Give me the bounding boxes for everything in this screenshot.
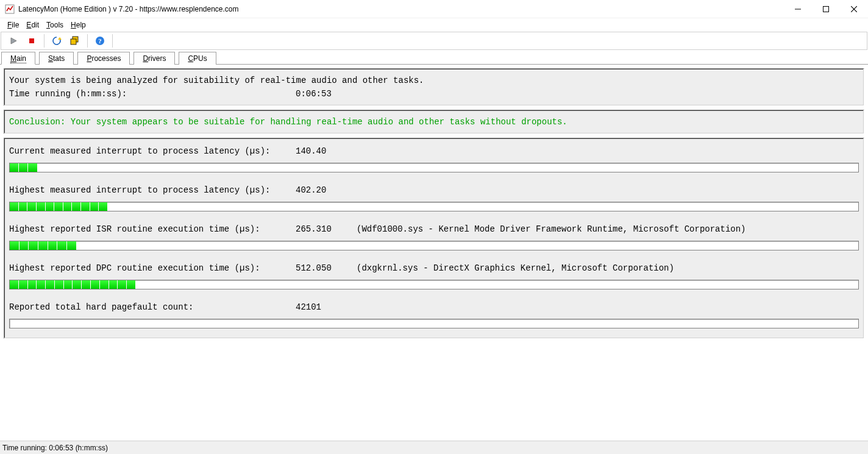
svg-rect-2 xyxy=(824,6,829,12)
svg-marker-7 xyxy=(58,37,62,40)
time-row: Time running (h:mm:ss): 0:06:53 xyxy=(9,87,859,101)
metric-isr-label: Highest reported ISR routine execution t… xyxy=(9,222,296,236)
menu-file-rest: ile xyxy=(12,21,19,29)
menu-edit[interactable]: Edit xyxy=(23,20,43,30)
metric-dpc-value: 512.050 xyxy=(296,261,357,275)
metric-dpc-bar xyxy=(9,280,859,289)
metric-pagefault: Reported total hard pagefault count: 421… xyxy=(9,300,859,328)
metric-isr-extra: (Wdf01000.sys - Kernel Mode Driver Frame… xyxy=(357,222,859,236)
menu-tools-rest: ools xyxy=(50,21,63,29)
conclusion-panel: Conclusion: Your system appears to be su… xyxy=(4,110,864,134)
close-button[interactable] xyxy=(840,0,868,18)
time-label: Time running (h:mm:ss): xyxy=(9,87,296,101)
help-button[interactable]: ? xyxy=(91,34,108,48)
menu-file[interactable]: File xyxy=(4,20,23,30)
analysis-line: Your system is being analyzed for suitab… xyxy=(9,74,859,87)
svg-rect-9 xyxy=(71,39,76,44)
metric-dpc-extra: (dxgkrnl.sys - DirectX Graphics Kernel, … xyxy=(357,261,859,275)
metric-dpc-label: Highest reported DPC routine execution t… xyxy=(9,261,296,275)
metric-pagefault-bar xyxy=(9,319,859,328)
svg-marker-5 xyxy=(11,38,16,44)
tab-stats[interactable]: Stats xyxy=(39,52,74,65)
metric-current-bar xyxy=(9,163,859,172)
metric-current: Current measured interrupt to process la… xyxy=(9,144,859,172)
metric-highest-value: 402.20 xyxy=(296,183,357,197)
metrics-panel: Current measured interrupt to process la… xyxy=(4,138,864,339)
svg-text:?: ? xyxy=(98,37,102,44)
stop-button[interactable] xyxy=(23,34,40,48)
toolbar-separator-3 xyxy=(112,34,113,48)
metric-pagefault-value: 42101 xyxy=(296,300,357,314)
toolbar-separator-2 xyxy=(87,34,88,48)
tool-refresh-button[interactable] xyxy=(48,34,65,48)
metric-isr-bar xyxy=(9,241,859,250)
menu-help-rest: elp xyxy=(76,21,86,29)
app-icon xyxy=(5,4,15,14)
menubar: File Edit Tools Help xyxy=(0,18,868,32)
metric-isr: Highest reported ISR routine execution t… xyxy=(9,222,859,250)
metric-highest-bar xyxy=(9,202,859,211)
metric-pagefault-label: Reported total hard pagefault count: xyxy=(9,300,296,314)
time-value: 0:06:53 xyxy=(296,87,859,101)
metric-highest: Highest measured interrupt to process la… xyxy=(9,183,859,211)
start-button[interactable] xyxy=(5,34,22,48)
statusbar: Time running: 0:06:53 (h:mm:ss) xyxy=(0,441,868,454)
toolbar: ? xyxy=(1,32,867,50)
titlebar: LatencyMon (Home Edition ) v 7.20 - http… xyxy=(0,0,868,18)
menu-edit-rest: dit xyxy=(31,21,39,29)
menu-help[interactable]: Help xyxy=(67,20,90,30)
menu-tools[interactable]: Tools xyxy=(43,20,67,30)
window-title: LatencyMon (Home Edition ) v 7.20 - http… xyxy=(18,5,239,13)
conclusion-text: Conclusion: Your system appears to be su… xyxy=(9,115,859,129)
metric-current-value: 140.40 xyxy=(296,144,357,158)
metric-isr-value: 265.310 xyxy=(296,222,357,236)
svg-rect-6 xyxy=(29,38,34,43)
metric-current-extra xyxy=(357,144,859,158)
tab-processes[interactable]: Processes xyxy=(77,52,130,65)
status-text: Time running: 0:06:53 (h:mm:ss) xyxy=(2,444,108,452)
maximize-button[interactable] xyxy=(812,0,840,18)
tab-main[interactable]: Main xyxy=(1,52,35,65)
tab-drivers[interactable]: Drivers xyxy=(133,52,175,65)
tool-windows-button[interactable] xyxy=(66,34,84,48)
metric-current-label: Current measured interrupt to process la… xyxy=(9,144,296,158)
tab-cpus[interactable]: CPUs xyxy=(179,52,216,65)
toolbar-separator xyxy=(44,34,44,48)
minimize-button[interactable] xyxy=(784,0,812,18)
main-content: Your system is being analyzed for suitab… xyxy=(0,65,868,441)
header-panel: Your system is being analyzed for suitab… xyxy=(4,68,864,106)
metric-highest-label: Highest measured interrupt to process la… xyxy=(9,183,296,197)
metric-pagefault-extra xyxy=(357,300,859,314)
metric-dpc: Highest reported DPC routine execution t… xyxy=(9,261,859,289)
tabstrip: Main Stats Processes Drivers CPUs xyxy=(0,50,868,65)
metric-highest-extra xyxy=(357,183,859,197)
